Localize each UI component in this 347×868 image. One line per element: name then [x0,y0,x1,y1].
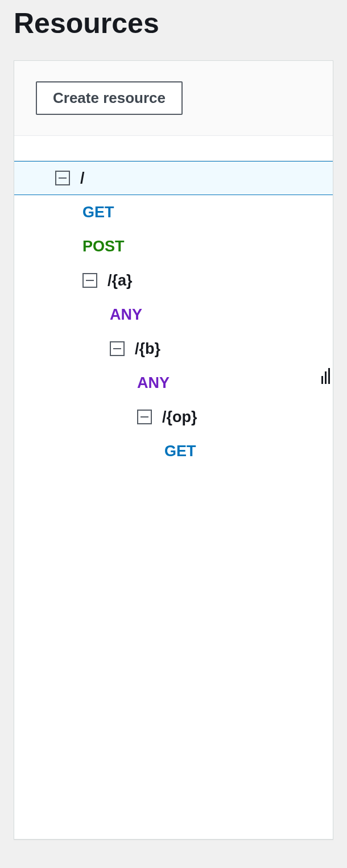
collapse-icon[interactable] [82,273,97,288]
resource-row[interactable]: /{a} [14,263,333,297]
method-label: GET [82,204,114,221]
collapse-icon[interactable] [55,171,70,185]
resource-tree: /GETPOST/{a}ANY/{b}ANY/{op}GET [14,161,333,839]
resize-handle-icon[interactable] [321,368,332,384]
method-label: ANY [110,306,142,324]
resource-row[interactable]: /{b} [14,332,333,366]
method-row[interactable]: POST [14,229,333,263]
panel-header: Create resource [14,61,333,136]
page-title: Resources [0,0,347,60]
resource-row[interactable]: / [14,161,333,195]
resource-path-label: /{op} [162,408,197,426]
resource-path-label: /{a} [108,272,133,290]
resource-row[interactable]: /{op} [14,400,333,434]
method-label: POST [82,238,125,255]
method-row[interactable]: ANY [14,366,333,400]
method-row[interactable]: GET [14,195,333,229]
resource-path-label: / [80,170,85,187]
resources-panel: Create resource /GETPOST/{a}ANY/{b}ANY/{… [14,60,333,840]
collapse-icon[interactable] [110,341,125,356]
panel-subheader-spacer [14,136,333,161]
method-label: GET [164,443,196,460]
resource-path-label: /{b} [135,340,160,358]
method-row[interactable]: ANY [14,297,333,332]
collapse-icon[interactable] [137,410,152,424]
method-row[interactable]: GET [14,434,333,468]
create-resource-button[interactable]: Create resource [36,81,183,115]
method-label: ANY [137,374,170,392]
